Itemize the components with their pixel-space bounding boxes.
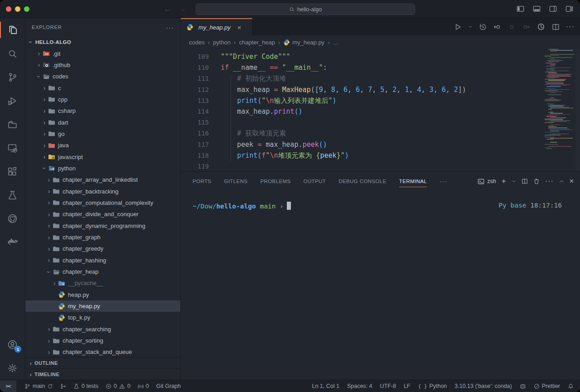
editor-more-actions-icon[interactable]: ··· bbox=[566, 23, 575, 31]
layout-sidebar-right-icon[interactable] bbox=[549, 5, 557, 13]
status-ports[interactable]: 0 bbox=[138, 380, 149, 392]
command-center-search[interactable]: hello-algo bbox=[196, 4, 415, 15]
maximize-panel-icon[interactable] bbox=[559, 179, 564, 184]
status-prettier[interactable]: Prettier bbox=[534, 380, 560, 392]
activity-folder-projects[interactable] bbox=[0, 112, 25, 136]
tree-item-go[interactable]: › go bbox=[25, 128, 180, 140]
breadcrumb-item[interactable]: python bbox=[213, 39, 231, 46]
tree-item-dart[interactable]: › dart bbox=[25, 116, 180, 128]
panel-tab-terminal[interactable]: TERMINAL bbox=[399, 172, 427, 191]
status-git-graph-branch[interactable] bbox=[60, 380, 66, 392]
tab-close-icon[interactable]: × bbox=[237, 24, 242, 31]
tree-item-codes[interactable]: › codes bbox=[25, 71, 180, 82]
tree-item-chapter-backtracking[interactable]: › chapter_backtracking bbox=[25, 185, 180, 197]
activity-docker[interactable] bbox=[0, 230, 25, 254]
new-terminal-icon[interactable]: + bbox=[502, 177, 506, 186]
status-python-interpreter[interactable]: 3.10.13 ('base': conda) bbox=[454, 380, 512, 392]
activity-testing[interactable] bbox=[0, 183, 25, 207]
breadcrumb-item[interactable]: codes bbox=[189, 39, 205, 46]
status-language-mode[interactable]: { }Python bbox=[418, 380, 447, 392]
status-encoding[interactable]: UTF-8 bbox=[380, 380, 396, 392]
panel-tab-gitlens[interactable]: GITLENS bbox=[224, 172, 247, 191]
activity-remote-explorer[interactable] bbox=[0, 136, 25, 160]
section-outline[interactable]: › OUTLINE bbox=[25, 357, 180, 368]
activity-github[interactable] bbox=[0, 207, 25, 230]
run-python-file-icon[interactable] bbox=[454, 23, 462, 31]
panel-tab-ports[interactable]: PORTS bbox=[193, 172, 211, 191]
maximize-window-button[interactable] bbox=[24, 6, 29, 12]
tree-item-python[interactable]: › python bbox=[25, 163, 180, 174]
panel-more-actions-icon[interactable]: ··· bbox=[545, 177, 554, 185]
activity-settings[interactable] bbox=[0, 356, 25, 380]
tree-item-chapter-divide-and-conquer[interactable]: › chapter_divide_and_conquer bbox=[25, 208, 180, 220]
layout-customize-icon[interactable] bbox=[565, 5, 574, 13]
panel-tab-problems[interactable]: PROBLEMS bbox=[260, 172, 290, 191]
panel-tab-output[interactable]: OUTPUT bbox=[304, 172, 326, 191]
navigate-forward-icon[interactable]: → bbox=[179, 5, 186, 13]
close-window-button[interactable] bbox=[6, 6, 11, 12]
run-dropdown-icon[interactable] bbox=[468, 24, 473, 29]
tree-item-chapter-computational-complexity[interactable]: › chapter_computational_complexity bbox=[25, 197, 180, 208]
status-notifications[interactable] bbox=[568, 380, 574, 392]
status-git-branch[interactable]: main bbox=[24, 380, 53, 392]
tree-item--github[interactable]: › .github bbox=[25, 59, 180, 71]
split-terminal-icon[interactable] bbox=[522, 178, 528, 184]
section-timeline[interactable]: › TIMELINE bbox=[25, 368, 180, 380]
activity-source-control[interactable] bbox=[0, 65, 25, 89]
tree-item-chapter-hashing[interactable]: › chapter_hashing bbox=[25, 255, 180, 266]
sidebar-more-actions-icon[interactable]: ··· bbox=[166, 24, 174, 31]
terminal[interactable]: ~/Dow/hello-algo main › Py base 18:17:16 bbox=[181, 191, 580, 380]
close-panel-icon[interactable]: × bbox=[570, 177, 574, 185]
tab-my-heap[interactable]: my_heap.py × bbox=[181, 18, 252, 35]
tree-item-c[interactable]: › c bbox=[25, 82, 180, 93]
tree-item-top-k-py[interactable]: top_k.py bbox=[25, 312, 180, 323]
panel-tab-debug-console[interactable]: DEBUG CONSOLE bbox=[338, 172, 387, 191]
code-editor[interactable]: 109 """Driver Code""" 110 if __name__ ==… bbox=[181, 49, 580, 171]
editor-scrollbar[interactable] bbox=[575, 49, 580, 171]
navigate-back-icon[interactable]: ← bbox=[164, 5, 171, 13]
split-editor-icon[interactable] bbox=[551, 23, 560, 31]
breadcrumb-item[interactable]: my_heap.py bbox=[283, 39, 324, 46]
remote-indicator[interactable]: >< bbox=[0, 380, 16, 392]
previous-change-icon[interactable] bbox=[493, 23, 502, 31]
tree-item-chapter-heap[interactable]: › chapter_heap bbox=[25, 266, 180, 277]
tree-item-my-heap-py[interactable]: my_heap.py bbox=[25, 300, 180, 312]
tree-item-chapter-sorting[interactable]: › chapter_sorting bbox=[25, 335, 180, 346]
activity-run-debug[interactable] bbox=[0, 89, 25, 112]
minimize-window-button[interactable] bbox=[15, 6, 20, 12]
status-problems[interactable]: 00 bbox=[106, 380, 130, 392]
tree-item--pycache-[interactable]: › __pycache__ bbox=[25, 277, 180, 289]
tree-item-chapter-dynamic-programming[interactable]: › chapter_dynamic_programming bbox=[25, 220, 180, 232]
tree-item-chapter-greedy[interactable]: › chapter_greedy bbox=[25, 243, 180, 254]
code-time-icon[interactable] bbox=[536, 22, 546, 31]
tree-item-heap-py[interactable]: heap.py bbox=[25, 289, 180, 300]
tree-root[interactable]: › HELLO-ALGO bbox=[25, 36, 180, 48]
activity-explorer[interactable] bbox=[0, 18, 25, 42]
tree-item-javascript[interactable]: ›JS javascript bbox=[25, 151, 180, 162]
breadcrumb-item[interactable]: chapter_heap bbox=[239, 39, 275, 46]
activity-accounts[interactable]: 1 bbox=[0, 333, 25, 356]
next-change-icon[interactable] bbox=[522, 23, 531, 31]
terminal-dropdown-icon[interactable] bbox=[512, 179, 516, 184]
status-tests[interactable]: 0 tests bbox=[73, 380, 98, 392]
activity-extensions[interactable] bbox=[0, 160, 25, 183]
local-history-icon[interactable] bbox=[478, 23, 487, 31]
kill-terminal-icon[interactable] bbox=[533, 178, 540, 184]
layout-panel-icon[interactable] bbox=[532, 5, 541, 13]
tree-item-chapter-graph[interactable]: › chapter_graph bbox=[25, 232, 180, 243]
current-change-icon[interactable] bbox=[508, 23, 516, 31]
status-cursor-position[interactable]: Ln 1, Col 1 bbox=[312, 380, 339, 392]
status-indentation[interactable]: Spaces: 4 bbox=[347, 380, 372, 392]
status-eol[interactable]: LF bbox=[404, 380, 411, 392]
status-copilot[interactable] bbox=[520, 380, 526, 392]
terminal-instance[interactable]: zsh bbox=[478, 178, 496, 185]
tree-item-chapter-stack-and-queue[interactable]: › chapter_stack_and_queue bbox=[25, 346, 180, 357]
tree-item-chapter-searching[interactable]: › chapter_searching bbox=[25, 324, 180, 335]
tree-item-csharp[interactable]: › csharp bbox=[25, 105, 180, 116]
status-git-graph[interactable]: Git Graph bbox=[156, 380, 181, 392]
tree-item-cpp[interactable]: › cpp bbox=[25, 94, 180, 105]
tree-item-chapter-array-and-linkedlist[interactable]: › chapter_array_and_linkedlist bbox=[25, 174, 180, 185]
breadcrumb-item[interactable]: … bbox=[333, 39, 338, 46]
tree-item--git[interactable]: › .git bbox=[25, 48, 180, 59]
activity-search[interactable] bbox=[0, 42, 25, 65]
